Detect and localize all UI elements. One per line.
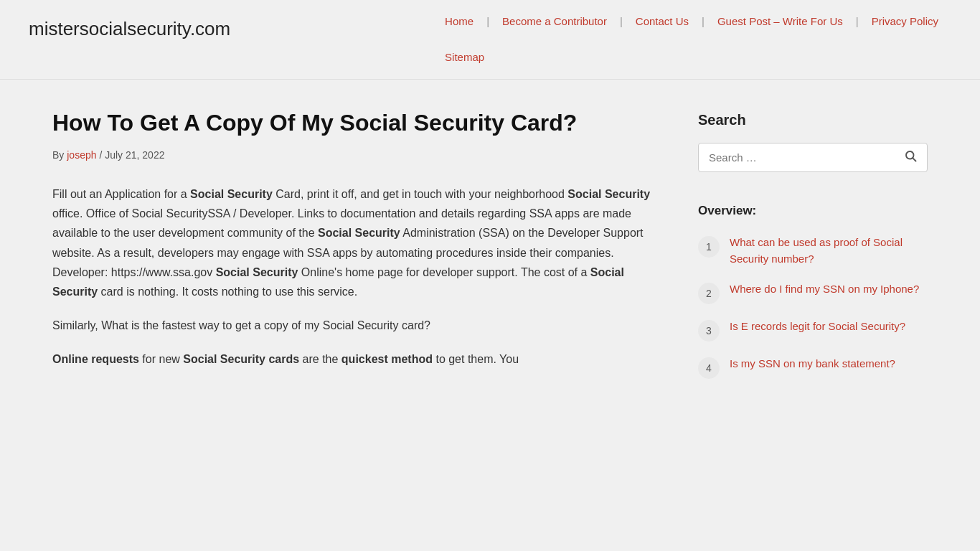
article-title: How To Get A Copy Of My Social Security … [52, 108, 655, 138]
site-main: How To Get A Copy Of My Social Security … [24, 80, 956, 422]
nav-contact[interactable]: Contact Us [623, 7, 702, 36]
search-title: Search [698, 108, 928, 131]
overview-number-3: 3 [698, 320, 720, 342]
search-icon [904, 149, 917, 162]
meta-by: By [52, 149, 64, 161]
article-paragraph-1: Fill out an Application for a Social Sec… [52, 184, 655, 301]
overview-link-2[interactable]: Where do I find my SSN on my Iphone? [730, 281, 919, 298]
article-body: Fill out an Application for a Social Sec… [52, 184, 655, 369]
overview-item-4: 4 Is my SSN on my bank statement? [698, 356, 928, 379]
article: How To Get A Copy Of My Social Security … [52, 108, 655, 393]
article-meta: By joseph / July 21, 2022 [52, 147, 655, 163]
meta-separator: / [99, 149, 105, 161]
overview-number-4: 4 [698, 357, 720, 379]
nav-guest-post[interactable]: Guest Post – Write For Us [705, 7, 856, 36]
nav-sitemap[interactable]: Sitemap [432, 43, 497, 72]
overview-item-1: 1 What can be used as proof of Social Se… [698, 235, 928, 267]
site-header: mistersocialsecurity.com Home | Become a… [0, 0, 980, 80]
nav-bottom: Sitemap [432, 43, 497, 79]
article-paragraph-3: Online requests for new Social Security … [52, 349, 655, 369]
overview-link-1[interactable]: What can be used as proof of Social Secu… [730, 235, 928, 267]
search-box [698, 143, 928, 172]
sidebar: Search Overview: 1 What can be used as p… [698, 108, 928, 393]
nav-top: Home | Become a Contributor | Contact Us… [432, 0, 951, 43]
meta-author[interactable]: joseph [67, 149, 96, 161]
overview-link-4[interactable]: Is my SSN on my bank statement? [730, 356, 895, 372]
overview-link-3[interactable]: Is E records legit for Social Security? [730, 319, 905, 335]
overview-item-2: 2 Where do I find my SSN on my Iphone? [698, 281, 928, 304]
nav-home[interactable]: Home [432, 7, 486, 36]
overview-number-2: 2 [698, 283, 720, 304]
nav-contributor[interactable]: Become a Contributor [489, 7, 620, 36]
search-button[interactable] [904, 149, 917, 166]
overview-number-1: 1 [698, 236, 720, 258]
overview-item-3: 3 Is E records legit for Social Security… [698, 319, 928, 342]
nav-privacy[interactable]: Privacy Policy [859, 7, 951, 36]
nav-container: Home | Become a Contributor | Contact Us… [432, 0, 951, 79]
sidebar-overview-widget: Overview: 1 What can be used as proof of… [698, 201, 928, 379]
svg-line-1 [913, 158, 915, 161]
search-input[interactable] [709, 151, 904, 164]
site-logo[interactable]: mistersocialsecurity.com [29, 0, 230, 52]
meta-date: July 21, 2022 [105, 149, 164, 161]
sidebar-search-widget: Search [698, 108, 928, 172]
article-paragraph-2: Similarly, What is the fastest way to ge… [52, 316, 655, 335]
overview-title: Overview: [698, 201, 928, 220]
